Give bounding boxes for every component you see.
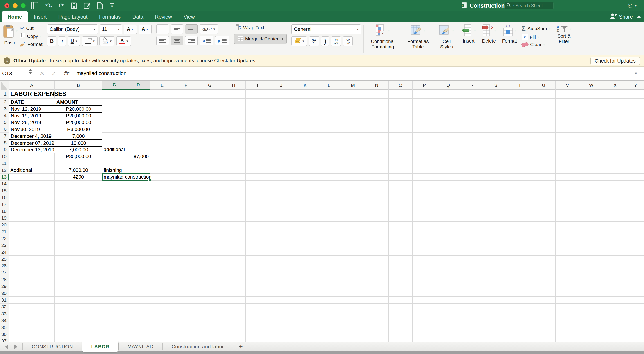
cell-E19[interactable] [150, 215, 174, 222]
column-header-F[interactable]: F [174, 81, 198, 90]
cell-J2[interactable] [270, 98, 293, 105]
cell-X30[interactable] [603, 290, 627, 297]
cell-V18[interactable] [556, 208, 580, 214]
cell-G28[interactable] [198, 276, 222, 283]
cell-E22[interactable] [150, 235, 174, 242]
cell-E1[interactable] [150, 90, 174, 98]
cell-Y13[interactable] [627, 174, 644, 180]
cell-S36[interactable] [484, 331, 508, 338]
edit-document-icon[interactable] [84, 2, 91, 9]
cell-U22[interactable] [532, 235, 556, 242]
cell-O23[interactable] [389, 242, 412, 249]
undo-dropdown-caret[interactable] [50, 2, 52, 9]
cell-W28[interactable] [580, 276, 603, 283]
cell-D35[interactable] [126, 324, 150, 331]
cell-T16[interactable] [508, 194, 532, 201]
cell-D28[interactable] [126, 276, 150, 283]
row-header-29[interactable]: 29 [0, 283, 9, 290]
cell-P22[interactable] [412, 235, 436, 242]
cell-M15[interactable] [341, 187, 365, 194]
cell-N3[interactable] [365, 105, 389, 112]
cell-D33[interactable] [126, 310, 150, 317]
cell-W2[interactable] [580, 98, 603, 105]
cell-U17[interactable] [532, 201, 556, 208]
cell-V7[interactable] [556, 133, 580, 140]
cell-C30[interactable] [102, 290, 126, 297]
cell-J26[interactable] [270, 262, 293, 269]
cell-A7[interactable]: December 4, 2019 [9, 133, 55, 140]
cell-X29[interactable] [603, 283, 627, 290]
cell-H35[interactable] [222, 324, 246, 331]
cell-K36[interactable] [293, 331, 317, 338]
cell-E31[interactable] [150, 297, 174, 304]
cell-V5[interactable] [556, 119, 580, 126]
cell-N27[interactable] [365, 270, 389, 276]
cell-N19[interactable] [365, 215, 389, 222]
cell-U23[interactable] [532, 242, 556, 249]
cell-M21[interactable] [341, 228, 365, 235]
cell-J11[interactable] [270, 160, 293, 167]
cell-O14[interactable] [389, 180, 412, 187]
cell-N9[interactable] [365, 146, 389, 153]
cell-A22[interactable] [9, 235, 55, 242]
cell-B2[interactable]: AMOUNT [55, 98, 102, 105]
cell-G5[interactable] [198, 119, 222, 126]
cell-A33[interactable] [9, 310, 55, 317]
cell-T4[interactable] [508, 112, 532, 119]
cell-N1[interactable] [365, 90, 389, 98]
cell-O37[interactable] [389, 338, 412, 342]
cell-O12[interactable] [389, 167, 412, 174]
cell-D36[interactable] [126, 331, 150, 338]
row-header-26[interactable]: 26 [0, 262, 9, 269]
cell-T27[interactable] [508, 270, 532, 276]
cell-I34[interactable] [246, 317, 270, 324]
cell-V30[interactable] [556, 290, 580, 297]
cell-H33[interactable] [222, 310, 246, 317]
cell-D23[interactable] [126, 242, 150, 249]
cell-K29[interactable] [293, 283, 317, 290]
cell-L30[interactable] [317, 290, 341, 297]
cell-M4[interactable] [341, 112, 365, 119]
cell-T24[interactable] [508, 249, 532, 256]
underline-button[interactable]: U [68, 36, 80, 46]
cell-S17[interactable] [484, 201, 508, 208]
cell-I22[interactable] [246, 235, 270, 242]
cell-Y5[interactable] [627, 119, 644, 126]
cell-A18[interactable] [9, 208, 55, 214]
cell-S27[interactable] [484, 270, 508, 276]
cell-H13[interactable] [222, 174, 246, 180]
cell-W23[interactable] [580, 242, 603, 249]
cell-M1[interactable] [341, 90, 365, 98]
cell-J18[interactable] [270, 208, 293, 214]
cell-A17[interactable] [9, 201, 55, 208]
cell-V31[interactable] [556, 297, 580, 304]
row-header-2[interactable]: 2 [0, 98, 9, 105]
cell-K4[interactable] [293, 112, 317, 119]
cell-N17[interactable] [365, 201, 389, 208]
cell-R27[interactable] [460, 270, 484, 276]
cell-O32[interactable] [389, 304, 412, 310]
cell-A14[interactable] [9, 180, 55, 187]
column-header-Y[interactable]: Y [627, 81, 644, 90]
cell-T18[interactable] [508, 208, 532, 214]
cell-U35[interactable] [532, 324, 556, 331]
cell-B35[interactable] [55, 324, 102, 331]
cell-C19[interactable] [102, 215, 126, 222]
cell-I32[interactable] [246, 304, 270, 310]
cell-V29[interactable] [556, 283, 580, 290]
cell-A27[interactable] [9, 270, 55, 276]
cell-G13[interactable] [198, 174, 222, 180]
cell-Q19[interactable] [436, 215, 460, 222]
cell-X12[interactable] [603, 167, 627, 174]
cell-B5[interactable]: P20,000.00 [55, 119, 102, 126]
cell-R2[interactable] [460, 98, 484, 105]
cell-B10[interactable]: P80,000.00 [55, 153, 102, 160]
cell-Y9[interactable] [627, 146, 644, 153]
cell-G24[interactable] [198, 249, 222, 256]
cell-H20[interactable] [222, 222, 246, 228]
cell-Q36[interactable] [436, 331, 460, 338]
cell-D4[interactable] [126, 112, 150, 119]
cell-M33[interactable] [341, 310, 365, 317]
cell-Q29[interactable] [436, 283, 460, 290]
cell-Q28[interactable] [436, 276, 460, 283]
